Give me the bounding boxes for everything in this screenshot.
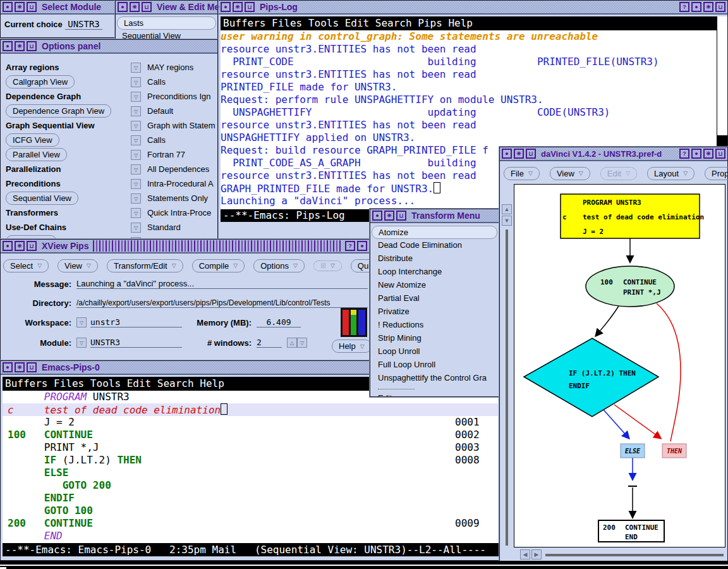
iconify-icon[interactable]: ⊔ [396,211,406,221]
num-windows-value[interactable]: 2 [257,338,282,348]
maximize-icon[interactable]: ✳ [15,241,25,251]
menu-item[interactable]: Unspaghettify the Control Gra [372,372,497,385]
workspace-dropdown-icon[interactable]: ▽ [76,317,87,327]
maximize-icon[interactable]: ✳ [15,2,25,12]
select-menu-button[interactable]: Select▽ [3,259,49,272]
workspace-value[interactable]: unstr3 [90,317,182,327]
maximize-icon[interactable]: ✳ [15,41,25,51]
window-menu-icon[interactable]: ● [3,362,13,372]
maximize-icon[interactable]: ✳ [130,2,140,12]
iconify-icon[interactable]: ⊔ [27,41,37,51]
iconify-icon[interactable]: ⊔ [715,2,725,12]
help-icon[interactable]: ? [679,149,689,159]
iconify-icon[interactable]: ⊔ [526,149,536,159]
compile-menu-button[interactable]: Compile▽ [192,259,245,272]
dropdown-icon[interactable]: ▽ [131,92,141,102]
option-value[interactable]: Intra-Procedural A [147,179,214,188]
option-value[interactable]: Quick Intra-Proce [147,208,211,217]
option-value[interactable]: Preconditions Ign [147,92,210,101]
menu-item[interactable]: ! Reductions [372,319,497,332]
spin-down-icon[interactable]: ▽ [297,338,307,348]
option-button[interactable]: Parallel View [6,148,67,161]
help-icon[interactable]: ? [679,2,689,12]
dropdown-icon[interactable]: ▽ [131,150,141,160]
maximize-icon[interactable]: ✳ [233,2,243,12]
options-menu-button[interactable]: Options▽ [253,259,305,272]
dropdown-icon[interactable]: ▽ [131,208,141,218]
menu-item[interactable]: Partial Eval [372,292,497,305]
option-value[interactable]: MAY regions [147,63,193,72]
dropdown-icon[interactable]: ▽ [131,223,141,233]
iconify-icon[interactable]: ⊔ [27,241,37,251]
window-menu-icon[interactable]: ● [372,211,382,221]
option-value[interactable]: Statements Only [147,193,208,203]
menu-item-lasts[interactable]: Lasts [117,16,216,30]
help-button[interactable]: Help▽ [332,340,372,353]
iconify-icon[interactable]: ⊔ [715,149,725,159]
window-menu-icon[interactable]: ● [357,241,367,251]
option-button[interactable]: Dependence Graph View [6,104,111,118]
option-button[interactable]: ICFG View [6,133,59,147]
davinci-hscrollbar[interactable]: ◀ ▶ [501,549,726,561]
menu-item[interactable]: Privatize [372,305,497,319]
option-value[interactable]: Calls [147,135,166,145]
option-value[interactable]: Fortran 77 [147,150,185,159]
scroll-right-icon[interactable]: ▶ [531,549,542,560]
option-value[interactable]: All Dependences [147,164,209,174]
option-button[interactable]: Callgraph View [6,75,75,89]
window-menu-icon[interactable]: ● [3,41,13,51]
spin-up-icon[interactable]: △ [287,338,297,348]
help-icon[interactable]: ? [345,241,355,251]
current-choice-value[interactable]: UNSTR3 [65,19,102,30]
dropdown-icon[interactable]: ▽ [131,77,141,87]
window-menu-icon[interactable]: ● [3,241,13,251]
maximize-icon[interactable]: ✳ [15,362,25,372]
properties-menu-button[interactable]: Properties [705,167,728,180]
dropdown-icon[interactable]: ▽ [131,121,141,131]
continue-node[interactable] [586,266,674,307]
menu-item[interactable]: Full Loop Unroll [372,358,497,372]
option-value[interactable]: Graph with Statem [147,121,215,130]
menu-item[interactable]: Distribute [372,252,497,266]
option-value[interactable]: Standard [147,223,181,232]
hscroll-track[interactable] [545,554,724,556]
window-menu-icon[interactable]: ● [691,2,701,12]
menu-item[interactable]: Strip Mining [372,332,497,345]
maximize-icon[interactable]: ✳ [384,211,394,221]
transform-edit-menu-button[interactable]: Transform/Edit▽ [107,259,183,272]
dropdown-icon[interactable]: ▽ [131,179,141,189]
window-menu-icon[interactable]: ● [221,2,231,12]
pips-log-menubar[interactable]: Buffers Files Tools Edit Search Pips Hel… [221,16,719,30]
iconify-icon[interactable]: ⊔ [27,2,37,12]
view-menu-button[interactable]: View▽ [58,259,98,272]
davinci-vscrollbar[interactable]: ▲ ▼ [501,184,513,548]
dropdown-icon[interactable]: ▽ [131,135,141,145]
scroll-down-icon[interactable]: ▼ [502,216,512,226]
file-menu-button[interactable]: File▽ [504,167,540,180]
module-dropdown-icon[interactable]: ▽ [76,338,87,348]
maximize-icon[interactable]: ✳ [703,2,713,12]
option-value[interactable]: Default [147,106,173,116]
scroll-left-icon[interactable]: ◀ [520,549,530,560]
directory-value[interactable]: /a/chailly/export/users/export/users/pip… [76,298,368,308]
window-menu-icon[interactable]: ● [502,149,512,159]
menu-item[interactable]: Loop Unroll [372,345,497,358]
window-menu-icon[interactable]: ● [118,2,128,12]
iconify-icon[interactable]: ⊔ [245,2,255,12]
window-menu-icon[interactable]: ● [691,149,701,159]
maximize-icon[interactable]: ✳ [514,149,524,159]
option-button[interactable]: Sequential View [6,192,78,205]
if-node[interactable] [524,338,658,417]
dropdown-icon[interactable]: ▽ [131,63,141,73]
window-menu-icon[interactable]: ● [3,2,13,12]
menu-item[interactable]: Dead Code Elimination [372,239,497,252]
davinci-canvas[interactable]: PROGRAM UNSTR3 c test of dead code elimi… [514,184,725,548]
iconify-icon[interactable]: ⊔ [142,2,152,12]
menu-item-atomize[interactable]: Atomize [372,226,497,239]
menu-item-edit[interactable]: Edit [372,392,497,397]
dropdown-icon[interactable]: ▽ [131,193,141,204]
scrollbar-thumb[interactable] [717,135,727,147]
menu-item[interactable]: New Atomize [372,279,497,292]
scroll-up-icon[interactable]: ▲ [502,204,512,214]
maximize-icon[interactable]: ✳ [703,149,713,159]
